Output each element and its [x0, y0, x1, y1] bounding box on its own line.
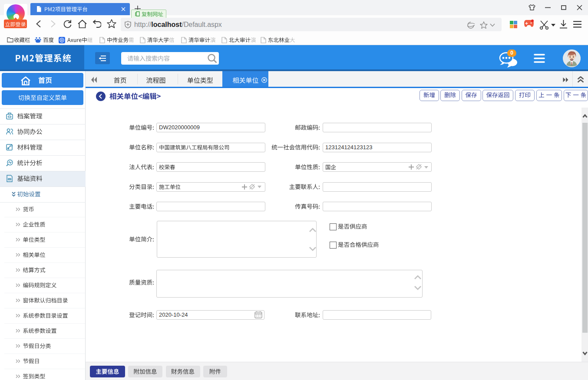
- svg-text:0101: 0101: [8, 179, 11, 180]
